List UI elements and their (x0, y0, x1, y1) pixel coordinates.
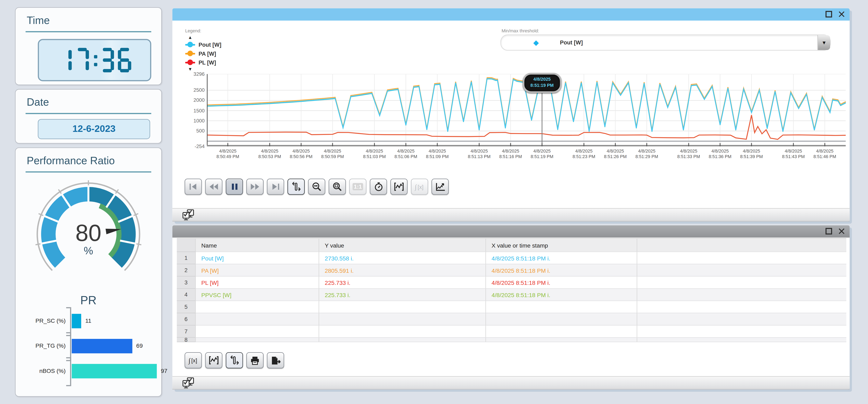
threshold-dropdown-button[interactable]: ▼ (817, 35, 830, 50)
svg-text:[x]: [x] (417, 184, 423, 190)
table-toolbar: ∫[x] (185, 352, 284, 368)
bar-value: 69 (136, 342, 143, 349)
bar-axis (70, 357, 71, 386)
x-axis-tick-label: 4/8/20258:51:39 PM (728, 149, 775, 160)
seven-segment-clock (56, 47, 133, 73)
table-row[interactable]: 6 (177, 313, 846, 325)
svg-text:[x]: [x] (191, 357, 197, 364)
bar-label: PR_TG (%) (23, 342, 66, 349)
bar-prtg (72, 339, 132, 353)
bar-label: nBOS (%) (23, 367, 66, 374)
online-monitors-icon (182, 209, 197, 221)
table-row[interactable]: 1Pout [W]2730.558 i.4/8/2025 8:51:18 PM … (177, 252, 846, 264)
dashboard-screen: Time Date 12-6-2023 Performance Ratio 80… (0, 0, 868, 404)
y-axis-tick-label: 1000 (185, 118, 205, 123)
trend-window: Legend: ▲ Pout [W] PA [W] PL [W] ▼ Min/m… (172, 8, 849, 222)
rewind-button[interactable] (205, 178, 222, 195)
close-icon[interactable] (838, 228, 845, 235)
bar-value: 11 (85, 317, 91, 324)
pa-marker-icon (185, 51, 195, 56)
legend-item-pl[interactable]: PL [W] (185, 58, 221, 67)
time-panel-title: Time (27, 15, 161, 27)
header-cell (177, 239, 196, 252)
threshold-label: Min/max threshold: (501, 28, 539, 33)
tooltip-date: 4/8/2025 (524, 76, 560, 82)
legend-item-label: PL [W] (198, 59, 216, 65)
bar-prsc (72, 314, 82, 328)
skip-to-end-button[interactable] (267, 178, 284, 195)
trend-range-button[interactable] (391, 178, 408, 195)
trend-range-button[interactable] (205, 352, 222, 368)
time-range-button[interactable] (370, 178, 387, 195)
digital-clock (38, 39, 151, 81)
one-to-one-label: 1:1 (353, 183, 363, 190)
zoom-time-button[interactable] (308, 178, 325, 195)
integral-button[interactable]: ∫[x] (411, 178, 428, 195)
header-cell-yvalue[interactable]: Y value (319, 239, 486, 252)
bar-axis (70, 332, 71, 361)
table-row[interactable]: 3PL [W]225.733 i.4/8/2025 8:51:18 PM i. (177, 277, 846, 289)
series-PL [W] (207, 115, 846, 139)
table-statusbar (172, 376, 849, 389)
fast-forward-button[interactable] (246, 178, 264, 195)
legend-item-pout[interactable]: Pout [W] (185, 40, 221, 49)
table-row[interactable]: 7 (177, 325, 846, 338)
export-button[interactable] (267, 352, 284, 368)
trend-statusbar (172, 208, 849, 221)
svg-text:∫: ∫ (188, 357, 190, 365)
date-panel-underline (26, 113, 151, 114)
zoom-area-button[interactable] (329, 178, 346, 195)
ruler-cursor-button[interactable] (287, 178, 305, 195)
performance-ratio-title: Performance Ratio (27, 154, 161, 167)
header-cell-name[interactable]: Name (196, 239, 319, 252)
table-header-row: Name Y value X value or time stamp (177, 238, 846, 252)
bar-row-prtg: PR_TG (%) 69 (23, 336, 157, 358)
y-axis-tick-label: 500 (185, 128, 205, 134)
y-axis-tick-label: -254 (185, 144, 205, 149)
legend: ▲ Pout [W] PA [W] PL [W] ▼ (185, 35, 221, 72)
bar-row-prsc: PR_SC (%) 11 (23, 311, 157, 333)
trend-toolbar: 1:1 ∫[x] (185, 178, 449, 195)
skip-to-start-button[interactable] (185, 178, 202, 195)
pout-marker-icon (185, 42, 195, 47)
date-panel-title: Date (27, 96, 161, 109)
maximize-icon[interactable] (825, 11, 832, 18)
one-to-one-zoom-button[interactable]: 1:1 (349, 178, 367, 195)
legend-scroll-up-icon[interactable]: ▲ (185, 35, 195, 40)
cursor-tooltip[interactable]: 4/8/2025 8:51:19 PM (523, 73, 561, 93)
x-axis-tick-label: 4/8/20258:51:19 PM (519, 149, 565, 160)
table-window-titlebar[interactable] (172, 226, 849, 238)
date-display: 12-6-2023 (38, 119, 150, 139)
pr-gauge-label: PR (16, 294, 161, 307)
legend-item-pa[interactable]: PA [W] (185, 49, 221, 58)
x-axis-tick-label: 4/8/20258:51:09 PM (414, 149, 461, 160)
tooltip-time: 8:51:19 PM (524, 82, 560, 88)
x-axis-tick-label: 4/8/20258:50:49 PM (205, 149, 251, 160)
header-cell (637, 239, 846, 252)
legend-label: Legend: (185, 28, 202, 33)
pause-button[interactable] (226, 178, 243, 195)
integral-button[interactable]: ∫[x] (185, 352, 202, 368)
statistics-button[interactable] (432, 178, 449, 195)
close-icon[interactable] (838, 11, 845, 18)
y-axis-tick-label: 2000 (185, 98, 205, 103)
ruler-cursor-button[interactable] (226, 352, 243, 368)
pl-marker-icon (185, 60, 195, 64)
header-cell-xvalue[interactable]: X value or time stamp (486, 239, 637, 252)
performance-ratio-underline (26, 171, 151, 172)
table-row[interactable]: 5 (177, 301, 846, 313)
table-row[interactable]: 2PA [W]2805.591 i.4/8/2025 8:51:18 PM i. (177, 264, 846, 277)
time-panel-underline (26, 31, 151, 32)
maximize-icon[interactable] (825, 228, 832, 235)
time-panel: Time (15, 7, 162, 85)
threshold-combobox[interactable]: ◆ Pout [W] ▼ (500, 34, 831, 51)
trend-window-titlebar[interactable] (172, 8, 849, 21)
table-row[interactable]: 4PPVSC [W]225.733 i.4/8/2025 8:51:18 PM … (177, 289, 846, 301)
threshold-marker-icon: ◆ (533, 38, 539, 47)
date-panel: Date 12-6-2023 (15, 89, 162, 144)
bar-value: 97 (161, 367, 167, 374)
table-row[interactable]: 8 (177, 338, 846, 342)
y-axis-tick-label: 2500 (185, 87, 205, 93)
performance-ratio-panel: Performance Ratio 80% PR PR_SC (%) 11 PR… (15, 147, 162, 397)
print-button[interactable] (246, 352, 264, 368)
